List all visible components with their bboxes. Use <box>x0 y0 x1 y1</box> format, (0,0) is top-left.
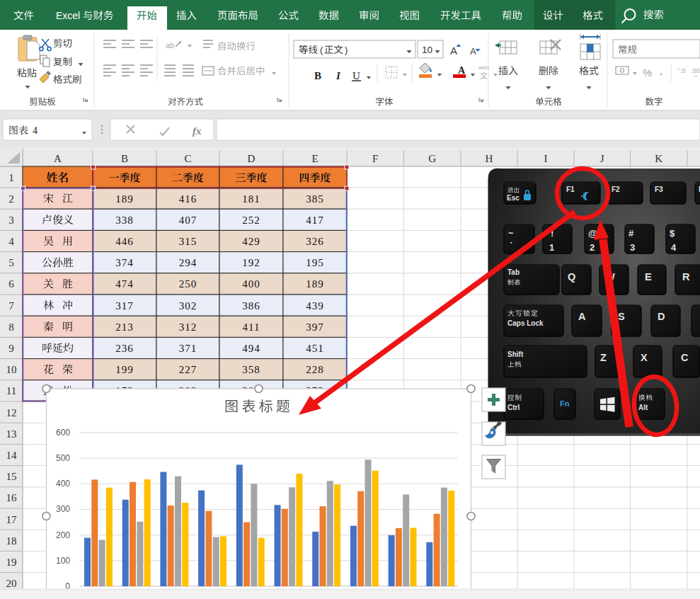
svg-text:fx: fx <box>193 125 202 137</box>
svg-text:E: E <box>311 153 318 164</box>
svg-text:400: 400 <box>56 479 70 489</box>
svg-text:Tab: Tab <box>507 268 520 276</box>
svg-text:474: 474 <box>115 278 134 290</box>
svg-text:S: S <box>618 311 625 322</box>
svg-text:15: 15 <box>6 471 17 482</box>
svg-text:315: 315 <box>179 236 197 247</box>
svg-text:326: 326 <box>306 236 324 247</box>
svg-text:I: I <box>544 153 548 164</box>
svg-text:100: 100 <box>56 556 70 566</box>
svg-text:R: R <box>682 271 690 283</box>
svg-text:Shift: Shift <box>507 350 524 358</box>
svg-text:10: 10 <box>6 364 17 375</box>
svg-text:494: 494 <box>242 343 260 354</box>
svg-text:~: ~ <box>508 228 514 239</box>
svg-text:B: B <box>314 70 321 81</box>
svg-text:): ) <box>345 45 348 55</box>
svg-text:17: 17 <box>6 514 18 525</box>
svg-text:1: 1 <box>8 172 14 183</box>
svg-text:Alt: Alt <box>638 404 648 411</box>
svg-text:Excel: Excel <box>56 10 80 21</box>
svg-text:Z: Z <box>600 352 607 363</box>
svg-text:I: I <box>335 70 341 81</box>
svg-text:4: 4 <box>33 125 38 136</box>
svg-text:358: 358 <box>242 364 260 375</box>
svg-text:5: 5 <box>8 257 14 268</box>
svg-text:K: K <box>655 153 662 164</box>
svg-text:3: 3 <box>8 215 14 226</box>
svg-text:#: # <box>629 228 634 239</box>
svg-text:13: 13 <box>6 428 17 440</box>
svg-text:302: 302 <box>179 300 197 312</box>
svg-text:252: 252 <box>242 215 260 226</box>
svg-text:317: 317 <box>115 300 134 312</box>
svg-text:J: J <box>600 153 604 164</box>
svg-text:F3: F3 <box>655 186 663 193</box>
svg-text:400: 400 <box>242 278 260 290</box>
svg-text:wén: wén <box>478 64 489 71</box>
svg-text:F: F <box>372 153 378 164</box>
svg-text:3: 3 <box>630 242 635 253</box>
svg-text:451: 451 <box>306 343 324 354</box>
svg-text:6: 6 <box>8 278 14 290</box>
svg-text:Caps Lock: Caps Lock <box>507 319 544 327</box>
svg-text:E: E <box>645 271 652 283</box>
svg-text:200: 200 <box>56 530 70 540</box>
svg-text:`: ` <box>510 241 512 251</box>
svg-text:4: 4 <box>671 242 677 253</box>
svg-text:417: 417 <box>306 215 324 226</box>
svg-text:236: 236 <box>115 343 134 354</box>
svg-text:18: 18 <box>6 535 17 547</box>
svg-text:300: 300 <box>56 504 70 514</box>
svg-text:A: A <box>54 153 62 164</box>
svg-text:B: B <box>121 153 128 164</box>
svg-text:$: $ <box>670 228 675 239</box>
svg-text:9: 9 <box>8 343 14 354</box>
svg-text:294: 294 <box>179 257 197 268</box>
svg-text:189: 189 <box>306 278 324 290</box>
svg-text:16: 16 <box>6 492 18 503</box>
svg-text:2: 2 <box>590 242 595 253</box>
svg-text:H: H <box>486 153 493 164</box>
svg-text:397: 397 <box>306 321 324 333</box>
svg-text:A: A <box>578 311 586 322</box>
svg-text:14: 14 <box>6 450 18 461</box>
svg-text:1: 1 <box>549 242 554 253</box>
svg-text:F1: F1 <box>566 186 575 193</box>
svg-text:C: C <box>184 153 191 164</box>
svg-text:C: C <box>681 352 689 363</box>
svg-text:386: 386 <box>242 300 260 312</box>
svg-text:416: 416 <box>179 193 197 205</box>
svg-text:F2: F2 <box>612 186 620 193</box>
svg-text:(: ( <box>320 45 323 55</box>
svg-text:X: X <box>641 352 648 363</box>
svg-text:10: 10 <box>422 45 432 55</box>
svg-text:374: 374 <box>115 257 134 268</box>
svg-text:2: 2 <box>8 193 14 205</box>
svg-text:4: 4 <box>8 236 14 247</box>
svg-text:228: 228 <box>306 364 324 375</box>
svg-text:D: D <box>248 153 256 164</box>
svg-text:11: 11 <box>6 385 16 397</box>
svg-text:338: 338 <box>115 215 134 226</box>
svg-text:8: 8 <box>8 321 14 333</box>
svg-text:192: 192 <box>242 257 260 268</box>
svg-text:12: 12 <box>6 407 17 418</box>
svg-text:,: , <box>660 64 662 77</box>
svg-text:407: 407 <box>179 215 197 226</box>
svg-text:446: 446 <box>115 236 134 247</box>
svg-text:439: 439 <box>306 300 324 312</box>
svg-text:A: A <box>450 45 457 57</box>
svg-text:312: 312 <box>179 321 197 333</box>
svg-text:Q: Q <box>568 271 575 283</box>
svg-text:385: 385 <box>306 193 324 205</box>
svg-text:→: → <box>692 72 699 79</box>
svg-text:%: % <box>643 67 652 79</box>
svg-text:189: 189 <box>115 193 134 205</box>
svg-text:Fn: Fn <box>560 399 570 408</box>
svg-text:A: A <box>470 46 476 57</box>
svg-text:G: G <box>428 153 436 164</box>
svg-text:195: 195 <box>306 257 324 268</box>
svg-text:7: 7 <box>8 300 14 312</box>
svg-text:Ctrl: Ctrl <box>507 404 520 411</box>
